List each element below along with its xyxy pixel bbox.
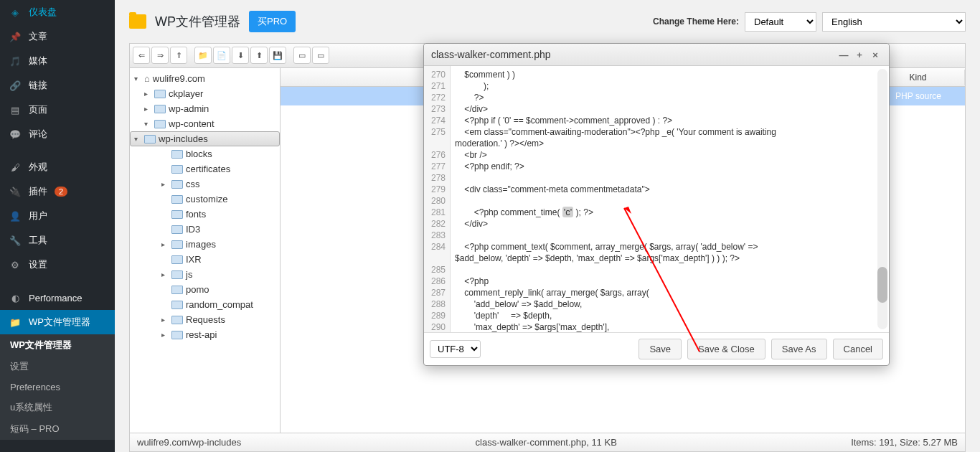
up-button[interactable]: ⇑ xyxy=(170,47,187,64)
performance-icon: ◐ xyxy=(9,291,22,304)
save-as-button[interactable]: Save As xyxy=(771,339,827,359)
status-summary: Items: 191, Size: 5.27 MB xyxy=(851,437,958,448)
folder-icon xyxy=(129,14,146,29)
tree-node-images[interactable]: ▸images xyxy=(130,237,280,252)
copy-button[interactable]: ▭ xyxy=(293,47,311,64)
sidebar-item-3[interactable]: 🔗链接 xyxy=(0,73,115,98)
link-icon: 🔗 xyxy=(9,79,22,92)
sidebar-item-7[interactable]: 🔌插件2 xyxy=(0,179,115,204)
dialog-titlebar[interactable]: class-walker-comment.php — + × xyxy=(424,44,889,66)
folder-icon xyxy=(154,105,166,113)
editor-dialog: class-walker-comment.php — + × 270 271 2… xyxy=(423,43,890,366)
sidebar-item-5[interactable]: 💬评论 xyxy=(0,122,115,146)
folder-icon xyxy=(144,135,156,143)
folder-icon xyxy=(171,180,183,189)
status-bar: wulifre9.com/wp-includes class-walker-co… xyxy=(130,433,965,451)
save-button[interactable]: Save xyxy=(639,339,682,359)
tree-node-random_compat[interactable]: random_compat xyxy=(130,297,280,312)
folder-icon xyxy=(154,120,166,128)
folder-icon xyxy=(171,195,183,204)
tree-node-wp-includes[interactable]: ▾wp-includes xyxy=(130,131,280,146)
folder-icon xyxy=(154,90,166,98)
home-icon: ⌂ xyxy=(144,73,150,84)
sidebar-sub-2[interactable]: Preferences xyxy=(0,377,115,397)
cancel-button[interactable]: Cancel xyxy=(833,339,883,359)
folder-icon xyxy=(171,225,183,234)
folder-icon xyxy=(171,210,183,219)
sidebar-item-8[interactable]: 👤用户 xyxy=(0,204,115,228)
sidebar-sub-4[interactable]: 短码 – PRO xyxy=(0,418,115,440)
maximize-icon[interactable]: + xyxy=(853,48,866,61)
new-file-button[interactable]: 📄 xyxy=(213,47,230,64)
close-icon[interactable]: × xyxy=(869,48,882,61)
page-header: WP文件管理器 买PRO Change Theme Here: Default … xyxy=(115,0,980,43)
theme-select[interactable]: Default xyxy=(745,12,816,32)
status-file: class-walker-comment.php, 11 KB xyxy=(476,437,617,448)
folder-icon xyxy=(171,150,183,159)
save-close-button[interactable]: Save & Close xyxy=(687,339,765,359)
code-editor[interactable]: 270 271 272 273 274 275 276 277 278 279 … xyxy=(424,66,889,332)
scrollbar-thumb[interactable] xyxy=(877,267,887,303)
tree-node-certificates[interactable]: certificates xyxy=(130,161,280,176)
buy-pro-button[interactable]: 买PRO xyxy=(249,11,296,32)
tree-node-wp-admin[interactable]: ▸wp-admin xyxy=(130,101,280,116)
folder-icon xyxy=(171,270,183,279)
new-folder-button[interactable]: 📁 xyxy=(194,47,212,64)
tree-node-customize[interactable]: customize xyxy=(130,192,280,207)
status-path: wulifre9.com/wp-includes xyxy=(137,437,241,448)
user-icon: 👤 xyxy=(9,209,22,222)
folder-icon xyxy=(171,301,183,309)
sidebar-item-2[interactable]: 🎵媒体 xyxy=(0,49,115,73)
encoding-select[interactable]: UTF-8 xyxy=(430,340,481,358)
sidebar-item-12[interactable]: 📁WP文件管理器 xyxy=(0,310,115,334)
tree-node-pomo[interactable]: pomo xyxy=(130,282,280,297)
folder-icon xyxy=(171,286,183,294)
tree-node-ID3[interactable]: ID3 xyxy=(130,222,280,237)
folder-icon: 📁 xyxy=(9,316,22,329)
dialog-footer: UTF-8 Save Save & Close Save As Cancel xyxy=(424,332,889,365)
tree-node-wp-content[interactable]: ▾wp-content xyxy=(130,116,280,131)
admin-sidebar: ◈仪表盘📌文章🎵媒体🔗链接▤页面💬评论🖌外观🔌插件2👤用户🔧工具⚙设置◐Perf… xyxy=(0,0,115,452)
sidebar-item-4[interactable]: ▤页面 xyxy=(0,98,115,122)
tree-root[interactable]: ▾⌂wulifre9.com xyxy=(130,71,280,86)
language-select[interactable]: English xyxy=(822,12,966,32)
media-icon: 🎵 xyxy=(9,55,22,67)
tree-node-IXR[interactable]: IXR xyxy=(130,252,280,267)
forward-button[interactable]: ⇒ xyxy=(151,47,169,64)
tree-node-blocks[interactable]: blocks xyxy=(130,146,280,161)
sidebar-item-10[interactable]: ⚙设置 xyxy=(0,253,115,277)
update-badge: 2 xyxy=(55,187,67,197)
dialog-title: class-walker-comment.php xyxy=(431,49,834,60)
theme-label: Change Theme Here: xyxy=(653,17,739,27)
paste-button[interactable]: ▭ xyxy=(312,47,329,64)
sidebar-item-9[interactable]: 🔧工具 xyxy=(0,228,115,253)
tree-node-js[interactable]: ▸js xyxy=(130,267,280,282)
settings-icon: ⚙ xyxy=(9,258,22,271)
tree-node-Requests[interactable]: ▸Requests xyxy=(130,312,280,327)
tree-node-rest-api[interactable]: ▸rest-api xyxy=(130,327,280,342)
folder-tree[interactable]: ▾⌂wulifre9.com▸ckplayer▸wp-admin▾wp-cont… xyxy=(130,68,281,433)
folder-icon xyxy=(171,165,183,174)
plugin-icon: 🔌 xyxy=(9,185,22,198)
sidebar-item-1[interactable]: 📌文章 xyxy=(0,24,115,49)
sidebar-item-6[interactable]: 🖌外观 xyxy=(0,155,115,179)
tree-node-ckplayer[interactable]: ▸ckplayer xyxy=(130,86,280,101)
appearance-icon: 🖌 xyxy=(9,161,22,174)
save-button[interactable]: 💾 xyxy=(269,47,286,64)
sidebar-item-11[interactable]: ◐Performance xyxy=(0,286,115,310)
tree-node-fonts[interactable]: fonts xyxy=(130,207,280,222)
sidebar-sub-0[interactable]: WP文件管理器 xyxy=(0,334,115,356)
back-button[interactable]: ⇐ xyxy=(133,47,150,64)
download-button[interactable]: ⬆ xyxy=(250,47,268,64)
sidebar-item-0[interactable]: ◈仪表盘 xyxy=(0,0,115,24)
comment-icon: 💬 xyxy=(9,128,22,141)
pin-icon: 📌 xyxy=(9,30,22,43)
main-content: WP文件管理器 买PRO Change Theme Here: Default … xyxy=(115,0,980,452)
tree-node-css[interactable]: ▸css xyxy=(130,176,280,192)
sidebar-sub-1[interactable]: 设置 xyxy=(0,356,115,377)
upload-button[interactable]: ⬇ xyxy=(232,47,249,64)
sidebar-sub-3[interactable]: u系统属性 xyxy=(0,397,115,418)
code-area[interactable]: $comment ) ) ); ?> </div> <?php if ( '0'… xyxy=(451,66,889,332)
minimize-icon[interactable]: — xyxy=(837,48,850,61)
page-title: WP文件管理器 xyxy=(155,13,240,30)
